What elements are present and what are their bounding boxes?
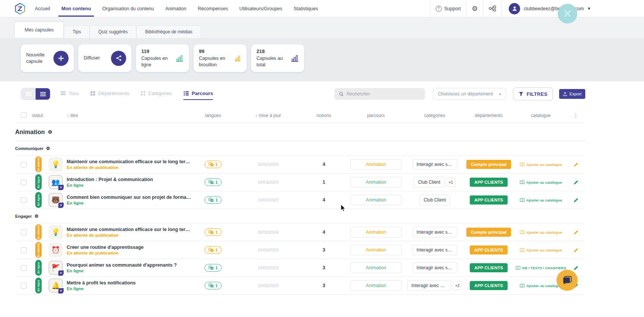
column-options-kebab-icon[interactable]: ⋮ — [566, 112, 585, 119]
capsule-title[interactable]: Maintenir une communication efficace sur… — [67, 227, 192, 232]
settings-gear-icon[interactable]: ⚙ — [472, 5, 478, 12]
account-menu[interactable]: clubbeedeez@beedeez.com ▼ — [509, 3, 591, 14]
add-to-catalogue-button[interactable]: Ajouter au catalogue — [515, 180, 566, 184]
filters-button[interactable]: FILTRES — [513, 87, 553, 100]
nav-item-recompenses[interactable]: Récompenses — [197, 1, 229, 17]
new-capsule-button[interactable]: Nouvelle capsule — [21, 44, 74, 72]
row-checkbox[interactable] — [21, 230, 27, 235]
beedeez-logo[interactable] — [14, 3, 26, 15]
languages-badge[interactable]: a A 1 — [205, 196, 221, 204]
column-header-notions: notions — [303, 113, 345, 118]
nav-item-animation[interactable]: Animation — [164, 1, 187, 17]
capsule-thumbnail[interactable]: 🔔✕ — [48, 278, 63, 293]
row-checkbox[interactable] — [21, 180, 27, 185]
close-overlay-button[interactable]: ✕ — [558, 4, 577, 23]
capsule-title[interactable]: Maintenir une communication efficace sur… — [67, 159, 192, 164]
tab-bibliotheque[interactable]: Bibliothèque de médias — [136, 25, 201, 38]
table-row: En attente 💡✕ Maintenir une communicatio… — [15, 223, 585, 241]
languages-badge[interactable]: a A 1 — [205, 264, 221, 272]
add-to-catalogue-button[interactable]: KB / TESTS / CHANTIERS — [515, 266, 566, 270]
grid-view-button[interactable] — [21, 88, 36, 100]
diffuser-button[interactable]: Diffuser — [78, 44, 131, 72]
capsule-thumbnail[interactable]: ⏰✕ — [48, 243, 63, 257]
row-checkbox[interactable] — [21, 162, 27, 167]
add-to-catalogue-button[interactable]: Ajouter au catalogue — [515, 162, 566, 167]
department-badge: APP CLIENTS — [470, 281, 508, 290]
capsule-tabs: Mes capsules Tips Quiz suggérés Biblioth… — [0, 17, 644, 38]
group-settings-gear-icon[interactable]: ⚙ — [34, 214, 39, 219]
capsule-thumbnail[interactable]: 👥✕ — [48, 175, 63, 189]
edit-pencil-icon[interactable] — [566, 230, 585, 235]
add-to-catalogue-button[interactable]: Ajouter au catalogue — [515, 230, 566, 234]
nav-item-statistiques[interactable]: Statistiques — [293, 1, 319, 17]
capsule-title[interactable]: Comment bien communiquer sur son projet … — [67, 195, 192, 200]
thumbnail-close-icon[interactable]: ✕ — [58, 288, 64, 294]
add-to-catalogue-button[interactable]: Ajouter au catalogue — [515, 198, 566, 202]
chat-icon — [562, 275, 572, 285]
main-nav: Accueil Mon contenu Organisation du cont… — [34, 1, 319, 17]
nav-item-accueil[interactable]: Accueil — [34, 1, 51, 17]
capsule-title[interactable]: Introduction : Projet & communication — [67, 177, 153, 182]
department-select[interactable]: Choisissez un département ▾ — [433, 88, 506, 100]
table-row: En attente ⏰✕ Créer une routine d'appren… — [15, 241, 585, 259]
chat-widget-button[interactable] — [556, 270, 578, 291]
column-header-titre[interactable]: ↓titre — [67, 113, 193, 118]
capsule-thumbnail[interactable]: 💡✕ — [48, 225, 63, 239]
nav-item-mon-contenu[interactable]: Mon contenu — [61, 1, 92, 17]
row-checkbox[interactable] — [21, 247, 27, 253]
user-avatar — [509, 3, 520, 14]
column-header-mise-a-jour[interactable]: ↓mise à jour — [233, 113, 303, 118]
catalogue-label: Ajouter au catalogue — [527, 198, 562, 202]
filter-tab-parcours[interactable]: Parcours — [183, 91, 213, 98]
divider — [466, 0, 466, 17]
category-chip: Interagir avec ses ap... — [413, 227, 457, 237]
thumbnail-image: ⏰ — [52, 246, 60, 254]
thumbnail-close-icon[interactable]: ✕ — [58, 270, 64, 276]
export-button[interactable]: Export — [559, 89, 585, 99]
capsule-thumbnail[interactable]: 💡✕ — [48, 157, 63, 172]
edit-pencil-icon[interactable] — [566, 247, 585, 253]
tab-quiz-suggeres[interactable]: Quiz suggérés — [90, 25, 136, 38]
select-all-checkbox[interactable] — [21, 112, 27, 118]
view-toggle — [21, 88, 50, 100]
chevron-down-icon: ▾ — [499, 92, 501, 96]
department-badge: Compte principal — [466, 228, 511, 237]
row-checkbox[interactable] — [21, 283, 27, 289]
org-share-icon[interactable] — [489, 5, 496, 12]
capsule-title[interactable]: Pourquoi animer sa communauté d'apprenan… — [67, 262, 177, 268]
tab-tips[interactable]: Tips — [64, 25, 89, 38]
thumbnail-close-icon[interactable]: ✕ — [58, 185, 64, 190]
row-checkbox[interactable] — [21, 265, 27, 271]
filter-tab-categories[interactable]: Catégories — [141, 91, 172, 98]
catalogue-label: Ajouter au catalogue — [527, 230, 562, 234]
languages-badge[interactable]: a A 1 — [205, 246, 221, 254]
nav-item-organisation[interactable]: Organisation du contenu — [102, 1, 155, 17]
filter-tab-tous[interactable]: Tous — [60, 91, 79, 98]
languages-badge[interactable]: a A 1 — [205, 228, 221, 236]
support-button[interactable]: ? Support — [436, 6, 461, 12]
category-chip: Interagir avec ses ap... — [413, 262, 457, 273]
languages-badge[interactable]: a A 1 — [205, 178, 221, 186]
section-settings-gear-icon[interactable]: ⚙ — [48, 129, 52, 135]
languages-badge[interactable]: a A 1 — [205, 282, 221, 289]
thumbnail-image: 💡 — [52, 228, 60, 236]
thumbnail-close-icon[interactable]: ✕ — [58, 203, 64, 208]
catalogue-label: Ajouter au catalogue — [527, 162, 562, 167]
capsule-thumbnail[interactable]: 🐻✕ — [48, 193, 63, 207]
capsule-title[interactable]: Mettre à profit les notifications — [67, 280, 136, 286]
capsule-title[interactable]: Créer une routine d'apprentissage — [67, 245, 144, 250]
edit-pencil-icon[interactable] — [566, 162, 585, 167]
add-to-catalogue-button[interactable]: Ajouter au catalogue — [515, 248, 566, 252]
tab-mes-capsules[interactable]: Mes capsules — [14, 22, 64, 38]
filter-tab-departements[interactable]: Départements — [90, 91, 129, 98]
row-checkbox[interactable] — [21, 197, 27, 203]
svg-text:A: A — [209, 163, 211, 165]
search-input[interactable] — [347, 91, 420, 97]
edit-pencil-icon[interactable] — [566, 180, 585, 185]
list-view-button[interactable] — [36, 88, 50, 100]
languages-badge[interactable]: a A 1 — [205, 161, 221, 168]
edit-pencil-icon[interactable] — [566, 197, 585, 203]
nav-item-utilisateurs[interactable]: Utilisateurs/Groupes — [239, 1, 283, 17]
group-settings-gear-icon[interactable]: ⚙ — [46, 146, 50, 151]
capsule-thumbnail[interactable]: 🚩✕ — [48, 261, 63, 275]
